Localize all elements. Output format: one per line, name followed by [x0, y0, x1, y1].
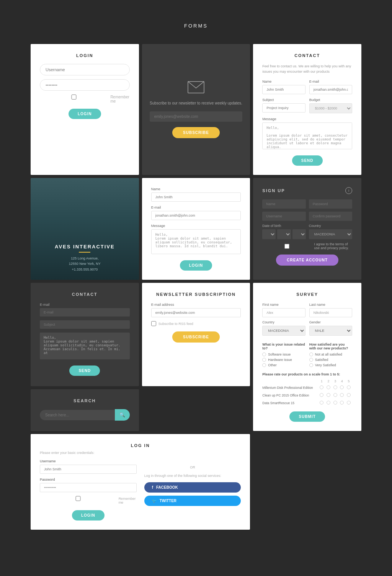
survey-not-satisfied-radio[interactable]: [309, 352, 313, 356]
contact-mid-button[interactable]: LOGIN: [180, 260, 212, 271]
rating-1-5[interactable]: [347, 385, 351, 389]
survey-title: SURVEY: [262, 292, 352, 297]
login2-title: LOG IN: [40, 443, 241, 448]
survey-card: SURVEY First name Last name Country MACE…: [253, 283, 361, 431]
rating-3-5[interactable]: [347, 401, 351, 405]
signup-username-input[interactable]: [262, 212, 305, 221]
contact-budget-label: Budget: [309, 98, 352, 102]
search-input[interactable]: [40, 410, 115, 420]
signup-country-select[interactable]: MACEDONIA: [309, 229, 352, 239]
survey-satisfaction-title: How satisfied are you with our new produ…: [309, 343, 352, 350]
contact-mid-card: Name E-mail Message Hello, Lorem ipsum d…: [142, 178, 250, 280]
survey-satisfied-option[interactable]: Satisfied: [309, 358, 352, 362]
login2-description-right: Log in through one of the following soci…: [144, 474, 241, 478]
survey-other-radio[interactable]: [262, 363, 266, 367]
contact-message-textarea[interactable]: Hello, Lorem ipsum dolor sit amet, conse…: [262, 122, 352, 149]
survey-lastname-input[interactable]: [309, 308, 352, 317]
contact-email-input[interactable]: [309, 85, 352, 94]
login2-password-input[interactable]: [40, 483, 137, 492]
survey-software-radio[interactable]: [262, 352, 266, 356]
aves-divider: [79, 252, 90, 253]
signup-month-select[interactable]: MONTH: [277, 229, 291, 239]
login-button[interactable]: LOGIN: [69, 109, 101, 119]
signup-day-select[interactable]: DAY: [262, 229, 276, 239]
contact-mid-email-input[interactable]: [151, 211, 241, 220]
signup-country-label: Country: [309, 224, 352, 228]
contact-budget-select[interactable]: $1000 - $2000: [309, 103, 352, 113]
rating-1-4[interactable]: [340, 385, 344, 389]
newsletter-white-title: NEWSLETTER SUBSCRIPTION: [151, 292, 241, 297]
newsletter-dark-email[interactable]: [150, 111, 243, 122]
rating-1-2[interactable]: [327, 385, 330, 389]
rating-2-2[interactable]: [327, 393, 330, 397]
newsletter-email-input[interactable]: [151, 308, 241, 317]
survey-other-option[interactable]: Other: [262, 363, 305, 367]
rating-3-1[interactable]: [320, 401, 323, 405]
facebook-icon: f: [152, 485, 153, 490]
dark-contact-card: CONTACT E-mail Hello, Lorem ipsum dolor …: [31, 283, 139, 386]
survey-hardware-option[interactable]: Hardware issue: [262, 358, 305, 362]
rating-row-2: Clean up PC 2015 Office Edition: [262, 392, 352, 399]
survey-firstname-input[interactable]: [262, 308, 305, 317]
rating-3-2[interactable]: [327, 401, 330, 405]
login-card: LOGIN Remember me LOGIN: [31, 44, 139, 175]
login2-username-input[interactable]: [40, 465, 137, 474]
survey-gender-label: Gender: [309, 320, 352, 324]
login-password[interactable]: [40, 79, 130, 91]
contact-send-button[interactable]: SEND: [292, 155, 323, 166]
rating-1-1[interactable]: [320, 385, 323, 389]
dark-contact-message-textarea[interactable]: Hello, Lorem ipsum dolor sit amet, sapie…: [40, 333, 130, 359]
signup-confirm-input[interactable]: [309, 212, 352, 221]
contact-right-card: CONTACT Feel free to contact us. We are …: [253, 44, 361, 175]
newsletter-rss-checkbox[interactable]: [151, 321, 156, 326]
signup-password-input[interactable]: [309, 199, 352, 209]
contact-mid-message-textarea[interactable]: Hello, Lorem ipsum dolor sit amet, sapie…: [151, 229, 241, 254]
rating-1-3[interactable]: [333, 385, 337, 389]
login2-button[interactable]: LOGIN: [72, 510, 105, 521]
or-divider: OR: [144, 465, 241, 469]
search-button[interactable]: 🔍: [115, 409, 130, 421]
contact-mid-name-input[interactable]: [151, 193, 241, 202]
rating-2-1[interactable]: [320, 393, 323, 397]
search-card: SEARCH 🔍: [31, 389, 139, 431]
survey-issue-title: What is your issue related to?: [262, 343, 305, 350]
login-remember-checkbox[interactable]: [40, 95, 108, 100]
login-username[interactable]: [40, 64, 130, 75]
aves-address: 125 Long Avenue, 12550 New York, NY +1.3…: [55, 256, 115, 272]
login2-twitter-button[interactable]: 🐦 TWITTER: [144, 496, 241, 506]
twitter-icon: 🐦: [152, 499, 157, 503]
contact-right-description: Feel free to contact us. We are willing …: [262, 64, 352, 74]
newsletter-white-subscribe-button[interactable]: SUBSCRIBE: [172, 331, 220, 343]
contact-mid-email-label: E-mail: [151, 206, 241, 209]
survey-software-option[interactable]: Software issue: [262, 352, 305, 356]
survey-very-satisfied-radio[interactable]: [309, 363, 313, 367]
login2-facebook-button[interactable]: f FACEBOOK: [144, 482, 241, 493]
search-icon: 🔍: [119, 412, 125, 418]
dark-contact-email-input[interactable]: [40, 308, 130, 317]
rating-2-4[interactable]: [340, 393, 344, 397]
signup-create-button[interactable]: CREATE ACCOUNT: [276, 255, 338, 266]
survey-country-select[interactable]: MACEDONIA: [262, 326, 305, 336]
newsletter-rss-label: Subscribe to RSS feed: [158, 322, 193, 326]
contact-subject-input[interactable]: [262, 103, 305, 113]
survey-very-satisfied-option[interactable]: Very Satisfied: [309, 363, 352, 367]
login2-remember-checkbox[interactable]: [40, 496, 116, 501]
rating-2-3[interactable]: [333, 393, 337, 397]
rating-3-3[interactable]: [333, 401, 337, 405]
newsletter-dark-subscribe-button[interactable]: SUBSCRIBE: [172, 127, 220, 138]
signup-name-input[interactable]: [262, 199, 305, 209]
contact-name-input[interactable]: [262, 85, 305, 94]
rating-3-4[interactable]: [340, 401, 344, 405]
login-remember-label: Remember me: [110, 95, 129, 103]
dark-contact-subject-input[interactable]: [40, 320, 130, 329]
rating-2-5[interactable]: [347, 393, 351, 397]
survey-gender-select[interactable]: MALE: [309, 326, 352, 336]
survey-satisfied-radio[interactable]: [309, 358, 313, 362]
signup-agree-checkbox[interactable]: [262, 244, 312, 249]
survey-submit-button[interactable]: SUBMIT: [289, 411, 325, 422]
survey-hardware-radio[interactable]: [262, 358, 266, 362]
survey-not-satisfied-option[interactable]: Not at all satisfied: [309, 352, 352, 356]
dark-contact-send-button[interactable]: SEND: [69, 366, 100, 376]
signup-year-select[interactable]: YEAR: [292, 229, 306, 239]
contact-mid-name-label: Name: [151, 187, 241, 191]
